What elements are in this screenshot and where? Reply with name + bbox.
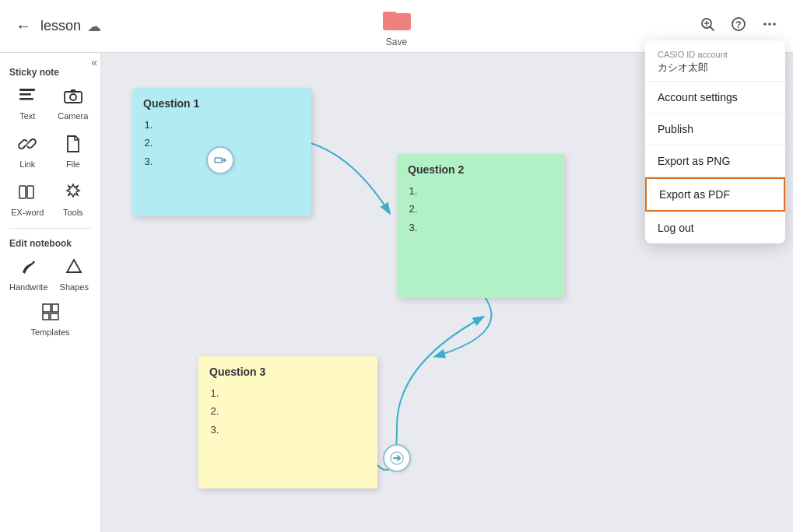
- svg-rect-22: [215, 158, 222, 163]
- handwrite-label: Handwrite: [9, 282, 48, 292]
- handwrite-icon: [19, 257, 39, 280]
- list-item: [420, 200, 553, 218]
- sidebar-item-templates[interactable]: Templates: [27, 297, 74, 342]
- note-q1-title: Question 1: [143, 97, 300, 110]
- back-button[interactable]: ←: [12, 14, 34, 38]
- svg-rect-19: [52, 304, 58, 312]
- exword-icon: [17, 182, 37, 205]
- svg-rect-18: [43, 304, 51, 312]
- list-item: [420, 219, 553, 236]
- export-png-item[interactable]: Export as PNG: [645, 145, 785, 177]
- help-icon: ?: [731, 16, 746, 32]
- svg-text:?: ?: [735, 19, 741, 30]
- text-icon: [17, 86, 37, 109]
- svg-line-1: [711, 27, 714, 31]
- svg-point-7: [768, 23, 771, 26]
- templates-icon: [40, 302, 61, 325]
- svg-marker-17: [67, 260, 81, 272]
- exword-label: EX-word: [11, 208, 44, 218]
- tools-label: Tools: [63, 208, 83, 218]
- file-icon: [63, 134, 83, 157]
- note-q2-list: [408, 182, 553, 236]
- link-label: Link: [19, 159, 35, 170]
- sidebar-item-file[interactable]: File: [52, 129, 95, 174]
- svg-rect-11: [19, 98, 33, 100]
- shapes-label: Shapes: [60, 282, 89, 292]
- sidebar-item-exword[interactable]: EX-word: [6, 177, 49, 222]
- connector-icon-q3: [390, 451, 404, 465]
- publish-item[interactable]: Publish: [645, 114, 785, 145]
- camera-icon: [63, 86, 83, 109]
- account-settings-item[interactable]: Account settings: [645, 82, 785, 113]
- sidebar-item-link[interactable]: Link: [6, 129, 49, 174]
- lesson-title: lesson: [40, 18, 81, 34]
- sidebar-divider-1: [9, 228, 91, 229]
- dropdown-header: CASIO ID account カシオ太郎: [645, 40, 785, 82]
- svg-rect-9: [19, 89, 35, 91]
- camera-label: Camera: [58, 111, 88, 121]
- edit-notebook-section-title: Edit notebook: [3, 233, 97, 252]
- note-q3-list: [209, 384, 367, 439]
- sidebar-collapse-button[interactable]: «: [91, 56, 97, 68]
- svg-point-13: [70, 94, 76, 100]
- note-q2-title: Question 2: [408, 163, 553, 176]
- sidebar-item-handwrite[interactable]: Handwrite: [6, 252, 51, 297]
- q3-connector-btn[interactable]: [383, 444, 411, 472]
- header-left: ← lesson ☁: [12, 14, 101, 38]
- sidebar-notebook-grid: Handwrite Shapes: [3, 252, 97, 297]
- sidebar: « Sticky note Text Camera Link: [0, 53, 101, 532]
- cloud-icon[interactable]: ☁: [87, 18, 101, 35]
- sidebar-sticky-grid: Text Camera Link File EX: [3, 81, 97, 223]
- list-item: [222, 421, 367, 439]
- svg-rect-15: [19, 186, 26, 198]
- list-item: [222, 402, 367, 420]
- export-pdf-item[interactable]: Export as PDF: [645, 177, 785, 212]
- logout-item[interactable]: Log out: [645, 212, 785, 243]
- svg-rect-10: [19, 93, 31, 96]
- dropdown-account-name: カシオ太郎: [658, 61, 773, 75]
- sidebar-item-camera[interactable]: Camera: [52, 81, 95, 126]
- dropdown-menu: CASIO ID account カシオ太郎 Account settings …: [645, 40, 785, 243]
- tools-icon: [63, 182, 83, 205]
- folder-icon: [383, 9, 411, 30]
- help-button[interactable]: ?: [728, 13, 749, 39]
- more-icon: [762, 16, 777, 32]
- connector-icon: [214, 154, 226, 166]
- q1-connector-btn[interactable]: [206, 146, 234, 174]
- note-q3-title: Question 3: [209, 366, 367, 378]
- file-label: File: [66, 159, 80, 170]
- list-item: [222, 384, 367, 402]
- svg-rect-21: [51, 313, 58, 320]
- svg-rect-16: [27, 186, 33, 198]
- text-label: Text: [19, 111, 35, 121]
- link-icon: [17, 134, 37, 157]
- sidebar-item-text[interactable]: Text: [6, 81, 49, 126]
- header-center: Save: [381, 5, 412, 47]
- more-button[interactable]: [759, 13, 781, 39]
- svg-rect-20: [43, 313, 49, 320]
- shapes-icon: [64, 257, 84, 280]
- dropdown-account-id: CASIO ID account: [658, 50, 773, 59]
- zoom-icon: [700, 16, 715, 32]
- list-item: [420, 182, 553, 200]
- sticky-note-q3[interactable]: Question 3: [198, 356, 377, 488]
- sticky-note-section-title: Sticky note: [3, 62, 97, 81]
- sidebar-item-shapes[interactable]: Shapes: [54, 252, 94, 297]
- zoom-button[interactable]: [697, 13, 718, 39]
- sticky-note-q2[interactable]: Question 2: [397, 154, 564, 298]
- svg-point-6: [763, 23, 767, 26]
- save-label: Save: [386, 37, 407, 47]
- templates-label: Templates: [30, 327, 69, 338]
- svg-point-8: [773, 23, 776, 26]
- sidebar-item-tools[interactable]: Tools: [52, 177, 95, 222]
- save-button[interactable]: [381, 5, 412, 33]
- header-right: ?: [697, 13, 781, 39]
- list-item: [156, 116, 300, 134]
